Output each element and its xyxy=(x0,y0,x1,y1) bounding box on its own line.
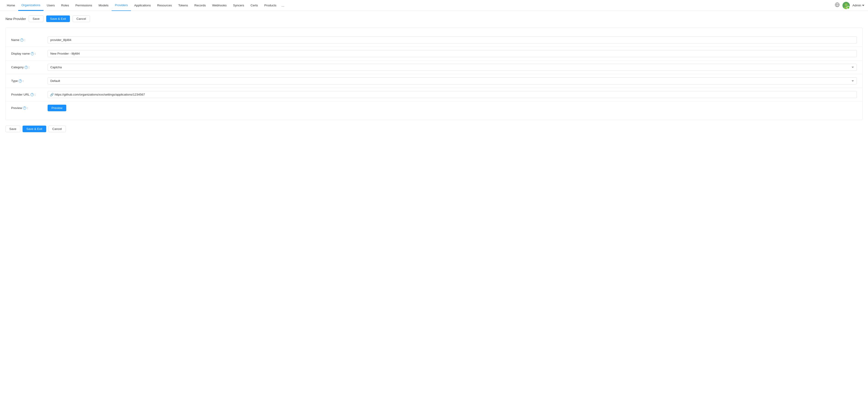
category-field: Captcha OAuth SAML LDAP xyxy=(48,64,857,71)
nav-item-applications[interactable]: Applications xyxy=(131,0,154,11)
form-row-category: Category ? : Captcha OAuth SAML LDAP xyxy=(6,61,862,74)
globe-icon[interactable] xyxy=(835,2,840,8)
type-field: Default Custom xyxy=(48,77,857,85)
form-row-name: Name ? : xyxy=(6,33,862,47)
save-button-bottom[interactable]: Save xyxy=(5,126,20,132)
type-help-icon[interactable]: ? xyxy=(19,79,22,83)
provider-url-label: Provider URL ? : xyxy=(11,93,48,96)
avatar-badge: ✓ xyxy=(846,6,850,9)
preview-button[interactable]: Preview xyxy=(48,105,66,111)
provider-url-help-icon[interactable]: ? xyxy=(31,93,34,96)
save-exit-button-top[interactable]: Save & Exit xyxy=(46,15,70,22)
form-container: Name ? : Display name ? : Category ? xyxy=(5,28,863,120)
display-name-input[interactable] xyxy=(48,50,857,57)
preview-field: Preview xyxy=(48,105,857,111)
nav-item-records[interactable]: Records xyxy=(191,0,209,11)
admin-menu[interactable]: Admin xyxy=(852,4,864,7)
name-help-icon[interactable]: ? xyxy=(20,38,24,42)
avatar[interactable]: ✓ xyxy=(842,2,850,9)
category-help-icon[interactable]: ? xyxy=(25,66,28,69)
type-select[interactable]: Default Custom xyxy=(48,77,857,85)
nav-item-products[interactable]: Products xyxy=(261,0,279,11)
form-row-type: Type ? : Default Custom xyxy=(6,74,862,88)
nav-item-providers[interactable]: Providers xyxy=(112,0,131,11)
svg-point-4 xyxy=(845,3,847,6)
provider-url-field: 🔗 xyxy=(48,91,857,98)
preview-label: Preview ? : xyxy=(11,106,48,110)
nav-items: Home Organizations Users Roles Permissio… xyxy=(4,0,835,11)
nav-item-certs[interactable]: Certs xyxy=(247,0,261,11)
nav-item-webhooks[interactable]: Webhooks xyxy=(209,0,230,11)
content: New Provider Save Save & Exit Cancel Nam… xyxy=(0,11,868,137)
nav-item-organizations[interactable]: Organizations xyxy=(18,0,43,11)
preview-help-icon[interactable]: ? xyxy=(23,106,26,110)
nav-item-tokens[interactable]: Tokens xyxy=(175,0,191,11)
url-input-wrapper: 🔗 xyxy=(48,91,857,98)
name-label: Name ? : xyxy=(11,38,48,42)
nav-item-home[interactable]: Home xyxy=(4,0,18,11)
link-icon: 🔗 xyxy=(50,93,54,96)
provider-url-input[interactable] xyxy=(48,91,857,98)
display-name-field xyxy=(48,50,857,57)
page-title: New Provider xyxy=(5,17,26,21)
display-name-help-icon[interactable]: ? xyxy=(31,52,34,55)
nav-item-syncers[interactable]: Syncers xyxy=(230,0,247,11)
category-label: Category ? : xyxy=(11,66,48,69)
nav-item-users[interactable]: Users xyxy=(43,0,58,11)
nav-right: ✓ Admin xyxy=(835,2,864,9)
cancel-button-bottom[interactable]: Cancel xyxy=(49,126,66,132)
type-label: Type ? : xyxy=(11,79,48,83)
name-input[interactable] xyxy=(48,36,857,43)
nav-item-models[interactable]: Models xyxy=(95,0,112,11)
navbar: Home Organizations Users Roles Permissio… xyxy=(0,0,868,11)
save-exit-button-bottom[interactable]: Save & Exit xyxy=(23,126,46,132)
nav-item-roles[interactable]: Roles xyxy=(58,0,72,11)
name-field xyxy=(48,36,857,43)
form-row-provider-url: Provider URL ? : 🔗 xyxy=(6,88,862,101)
nav-item-resources[interactable]: Resources xyxy=(154,0,175,11)
nav-item-permissions[interactable]: Permissions xyxy=(72,0,95,11)
save-button-top[interactable]: Save xyxy=(29,15,43,22)
bottom-actions: Save Save & Exit Cancel xyxy=(5,126,863,132)
form-row-preview: Preview ? : Preview xyxy=(6,101,862,114)
cancel-button-top[interactable]: Cancel xyxy=(73,15,90,22)
nav-more-button[interactable]: ... xyxy=(279,3,286,7)
display-name-label: Display name ? : xyxy=(11,52,48,55)
category-select[interactable]: Captcha OAuth SAML LDAP xyxy=(48,64,857,71)
form-row-display-name: Display name ? : xyxy=(6,47,862,61)
page-header: New Provider Save Save & Exit Cancel xyxy=(5,15,863,22)
